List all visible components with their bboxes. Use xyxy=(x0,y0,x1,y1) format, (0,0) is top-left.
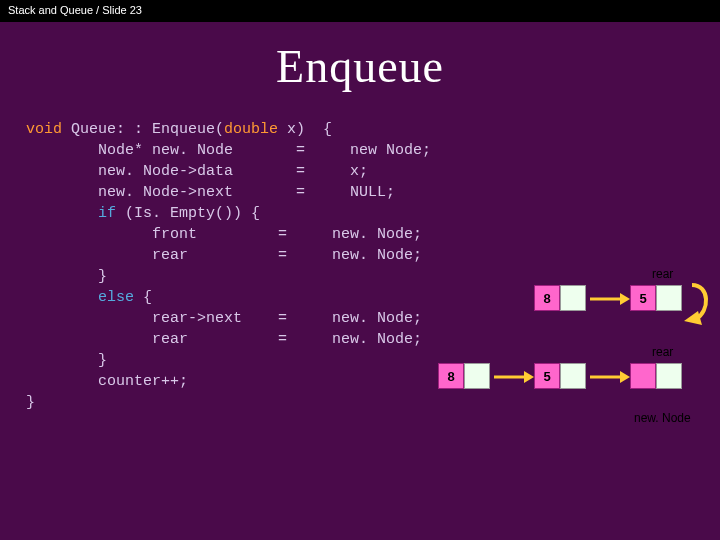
code-text: Queue: : Enqueue( xyxy=(62,121,224,138)
rear-label: rear xyxy=(652,345,673,359)
code-text: rear->next = new. Node; xyxy=(26,310,422,327)
arrow-icon xyxy=(494,367,534,387)
kw-else: else xyxy=(98,289,134,306)
node-value: 5 xyxy=(534,363,560,389)
node-value xyxy=(630,363,656,389)
code-text: front = new. Node; xyxy=(26,226,422,243)
code-text: rear = new. Node; xyxy=(26,331,422,348)
code-text: rear = new. Node; xyxy=(26,247,422,264)
breadcrumb: Stack and Queue / Slide 23 xyxy=(8,4,142,16)
rear-label: rear xyxy=(652,267,673,281)
node-value: 5 xyxy=(630,285,656,311)
svg-marker-6 xyxy=(620,371,630,383)
code-text: } xyxy=(26,352,107,369)
svg-marker-2 xyxy=(684,311,702,325)
title-row: Enqueue xyxy=(0,40,720,93)
arrow-icon xyxy=(590,289,630,309)
node-value: 8 xyxy=(438,363,464,389)
code-text: { xyxy=(134,289,152,306)
code-text: x) { xyxy=(278,121,332,138)
slide-header: Stack and Queue / Slide 23 xyxy=(0,0,720,22)
node-value: 8 xyxy=(534,285,560,311)
code-text: counter++; xyxy=(26,373,188,390)
code-text: (Is. Empty()) { xyxy=(116,205,260,222)
code-text: new. Node->data = x; xyxy=(26,163,368,180)
kw-double: double xyxy=(224,121,278,138)
code-area: void Queue: : Enqueue(double x) { Node* … xyxy=(0,119,720,413)
node-ptr xyxy=(656,363,682,389)
code-text: new. Node->next = NULL; xyxy=(26,184,395,201)
node-ptr xyxy=(560,363,586,389)
code-text: } xyxy=(26,394,35,411)
code-text: } xyxy=(26,268,107,285)
diagram-after: rear 8 5 new. Node xyxy=(438,353,718,413)
arrow-icon xyxy=(590,367,630,387)
svg-marker-1 xyxy=(620,293,630,305)
code-text xyxy=(26,205,98,222)
page-title: Enqueue xyxy=(0,40,720,93)
kw-if: if xyxy=(98,205,116,222)
newnode-label: new. Node xyxy=(634,411,691,425)
code-text: Node* new. Node = new Node; xyxy=(26,142,431,159)
svg-marker-4 xyxy=(524,371,534,383)
curved-arrow-icon xyxy=(678,281,712,325)
code-text xyxy=(26,289,98,306)
node-ptr xyxy=(560,285,586,311)
kw-void: void xyxy=(26,121,62,138)
node-ptr xyxy=(464,363,490,389)
diagram-before: rear 8 5 xyxy=(492,275,712,335)
